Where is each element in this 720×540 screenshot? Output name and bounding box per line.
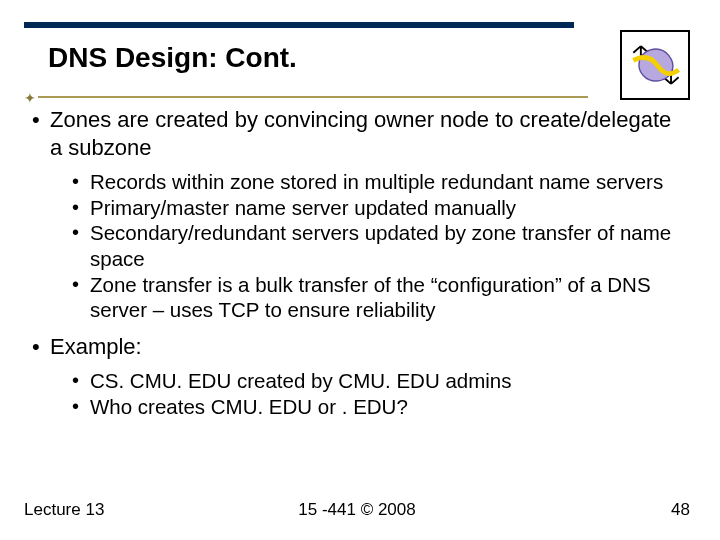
bullet-level2: Secondary/redundant servers updated by z… [72, 220, 680, 271]
bullet-level2: Zone transfer is a bulk transfer of the … [72, 272, 680, 323]
bullet-group: CS. CMU. EDU created by CMU. EDU admins … [72, 368, 680, 419]
bullet-group: Records within zone stored in multiple r… [72, 169, 680, 323]
logo-icon [620, 30, 690, 100]
slide-footer: Lecture 13 15 -441 © 2008 48 [24, 500, 690, 520]
bullet-level2: Records within zone stored in multiple r… [72, 169, 680, 195]
slide-title: DNS Design: Cont. [48, 42, 297, 74]
bullet-level1: Zones are created by convincing owner no… [32, 106, 680, 161]
bullet-level2: Primary/master name server updated manua… [72, 195, 680, 221]
slide-content: Zones are created by convincing owner no… [32, 104, 680, 430]
bullet-level2: CS. CMU. EDU created by CMU. EDU admins [72, 368, 680, 394]
bullet-level1: Example: [32, 333, 680, 361]
footer-center: 15 -441 © 2008 [298, 500, 415, 520]
title-underline [38, 96, 588, 98]
footer-left: Lecture 13 [24, 500, 104, 520]
bullet-level2: Who creates CMU. EDU or . EDU? [72, 394, 680, 420]
footer-page-number: 48 [671, 500, 690, 520]
accent-bar [24, 22, 574, 28]
title-star-icon: ✦ [24, 90, 36, 102]
